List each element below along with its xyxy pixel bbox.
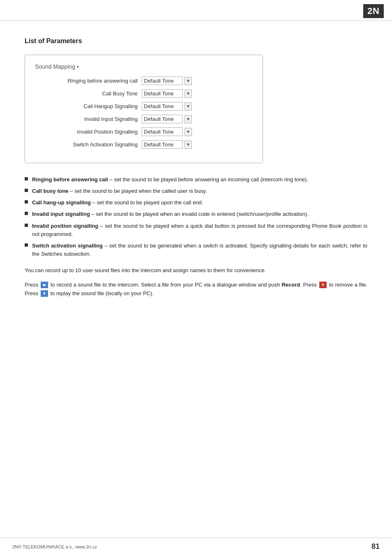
list-item: Call busy tone – set the sound to be pla… <box>25 187 367 195</box>
param-value-4: Default Tone <box>142 127 183 136</box>
list-item: Invalid position signalling – set the so… <box>25 222 367 238</box>
description-list: Ringing before answering call – set the … <box>25 176 367 258</box>
list-item-text: Call hang-up signalling – set the sound … <box>32 199 203 207</box>
page-header: 2N <box>0 0 392 21</box>
list-item-text: Call busy tone – set the sound to be pla… <box>32 187 207 195</box>
footer-company: 2N® TELEKOMUNIKACE a.s., www.2n.cz <box>12 544 97 549</box>
param-row: Invalid Position SignallingDefault Tone▼ <box>35 127 253 136</box>
footer-page-number: 81 <box>371 542 380 551</box>
dropdown-button-4[interactable]: ▼ <box>184 128 192 136</box>
param-value-0: Default Tone <box>142 76 183 85</box>
page-footer: 2N® TELEKOMUNIKACE a.s., www.2n.cz 81 <box>0 538 392 555</box>
param-value-3: Default Tone <box>142 115 183 123</box>
list-item: Switch activation signalling – set the s… <box>25 242 367 258</box>
list-item-text: Invalid input signalling – set the sound… <box>32 210 309 218</box>
param-row: Invalid Input SignallingDefault Tone▼ <box>35 115 253 123</box>
param-row: Switch Activation SignallingDefault Tone… <box>35 140 253 149</box>
bullet-icon <box>25 200 28 204</box>
sound-mapping-label: Sound Mapping <box>35 63 75 70</box>
bullet-icon <box>25 224 28 227</box>
param-select-wrapper-5: Default Tone▼ <box>142 140 192 149</box>
logo: 2N <box>363 4 384 18</box>
param-select-wrapper-4: Default Tone▼ <box>142 127 192 136</box>
sound-mapping-title[interactable]: Sound Mapping ▾ <box>35 63 253 70</box>
dropdown-button-5[interactable]: ▼ <box>184 141 192 149</box>
list-item: Invalid input signalling – set the sound… <box>25 210 367 218</box>
inline-icon: ✕ <box>319 282 327 288</box>
param-value-1: Default Tone <box>142 89 183 98</box>
inline-icon: ⬇ <box>41 290 48 297</box>
param-label-0: Ringing before answering call <box>35 78 142 84</box>
bullet-icon <box>25 189 28 192</box>
param-label-1: Call Busy Tone <box>35 90 142 97</box>
param-row: Call Busy ToneDefault Tone▼ <box>35 89 253 98</box>
sound-mapping-panel: Sound Mapping ▾ Ringing before answering… <box>25 55 263 163</box>
param-row: Call Hangup SignallingDefault Tone▼ <box>35 102 253 111</box>
param-label-2: Call Hangup Signalling <box>35 103 142 109</box>
dropdown-button-0[interactable]: ▼ <box>184 77 192 85</box>
param-value-2: Default Tone <box>142 102 183 111</box>
bullet-icon <box>25 212 28 215</box>
list-item-text: Invalid position signalling – set the so… <box>32 222 367 238</box>
list-item-text: Switch activation signalling – set the s… <box>32 242 367 258</box>
inline-icon: ▶ <box>41 282 48 288</box>
param-select-wrapper-1: Default Tone▼ <box>142 89 192 98</box>
param-select-wrapper-3: Default Tone▼ <box>142 115 192 123</box>
param-label-4: Invalid Position Signalling <box>35 129 142 135</box>
list-item: Call hang-up signalling – set the sound … <box>25 199 367 207</box>
list-item: Ringing before answering call – set the … <box>25 176 367 184</box>
dropdown-button-2[interactable]: ▼ <box>184 102 192 111</box>
dropdown-button-1[interactable]: ▼ <box>184 90 192 98</box>
main-content: List of Parameters Sound Mapping ▾ Ringi… <box>0 21 392 328</box>
paragraph-1: You can record up to 10 user sound files… <box>25 266 367 275</box>
page-title: List of Parameters <box>25 37 367 45</box>
param-value-5: Default Tone <box>142 140 183 149</box>
param-select-wrapper-2: Default Tone▼ <box>142 102 192 111</box>
param-select-wrapper-0: Default Tone▼ <box>142 76 192 85</box>
dropdown-button-3[interactable]: ▼ <box>184 115 192 123</box>
param-rows-container: Ringing before answering callDefault Ton… <box>35 76 253 149</box>
chevron-down-icon: ▾ <box>77 65 79 69</box>
param-label-5: Switch Activation Signalling <box>35 141 142 148</box>
param-row: Ringing before answering callDefault Ton… <box>35 76 253 85</box>
bullet-icon <box>25 243 28 247</box>
param-label-3: Invalid Input Signalling <box>35 116 142 122</box>
bullet-icon <box>25 177 28 180</box>
list-item-text: Ringing before answering call – set the … <box>32 176 308 184</box>
record-bold: Record <box>281 282 300 288</box>
paragraph-2: Press ▶ to record a sound file to the in… <box>25 281 367 298</box>
